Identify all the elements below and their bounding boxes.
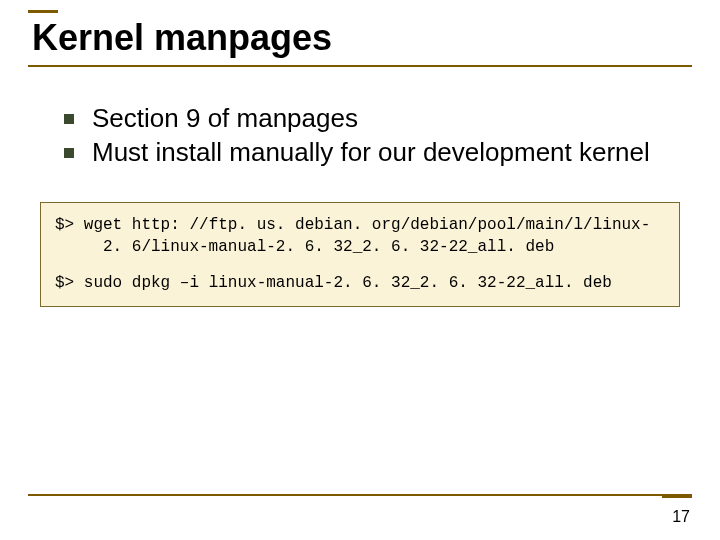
slide: Kernel manpages Section 9 of manpages Mu…	[0, 0, 720, 540]
code-text: 2. 6/linux-manual-2. 6. 32_2. 6. 32-22_a…	[55, 237, 665, 259]
title-accent-bar	[28, 10, 58, 13]
bullet-list: Section 9 of manpages Must install manua…	[36, 103, 684, 168]
code-line: $> sudo dpkg –i linux-manual-2. 6. 32_2.…	[55, 273, 665, 295]
code-box: $> wget http: //ftp. us. debian. org/deb…	[40, 202, 680, 307]
code-line: $> wget http: //ftp. us. debian. org/deb…	[55, 215, 665, 258]
bullet-text: Section 9 of manpages	[92, 103, 358, 133]
footer-accent-bar	[662, 495, 692, 498]
list-item: Section 9 of manpages	[64, 103, 684, 135]
content-area: Section 9 of manpages Must install manua…	[28, 103, 692, 307]
title-area: Kernel manpages	[28, 10, 692, 67]
footer-rule	[28, 494, 692, 496]
page-number: 17	[672, 508, 690, 526]
bullet-text: Must install manually for our developmen…	[92, 137, 650, 167]
list-item: Must install manually for our developmen…	[64, 137, 684, 169]
code-gap	[55, 259, 665, 273]
code-text: $> wget http: //ftp. us. debian. org/deb…	[55, 216, 650, 234]
slide-title: Kernel manpages	[32, 17, 692, 59]
